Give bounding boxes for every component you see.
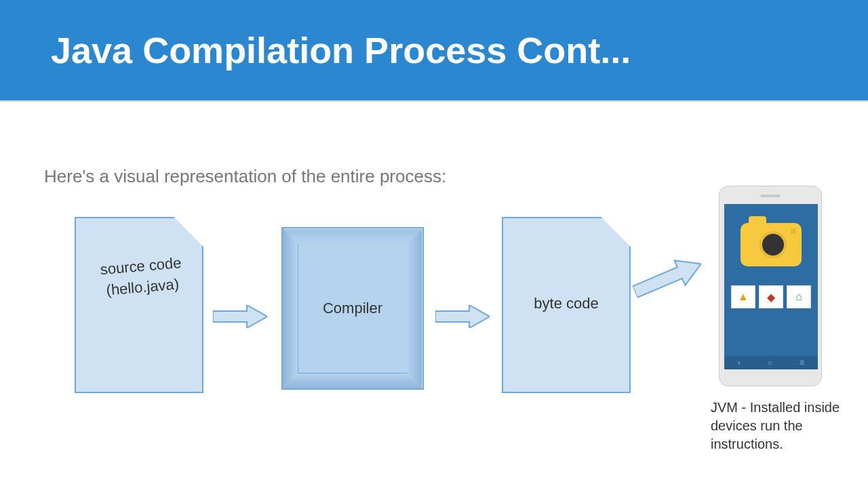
phone-screen: ▲ ◆ ⌂ ‹ ○ ≡ bbox=[724, 204, 818, 369]
svg-marker-0 bbox=[213, 305, 267, 328]
compiler-node: Compiler bbox=[281, 227, 424, 390]
device-phone-icon: ▲ ◆ ⌂ ‹ ○ ≡ bbox=[719, 186, 822, 386]
thumbnail-row: ▲ ◆ ⌂ bbox=[731, 285, 811, 308]
compiler-label: Compiler bbox=[323, 300, 382, 317]
svg-marker-1 bbox=[435, 305, 490, 328]
slide-header: Java Compilation Process Cont... bbox=[0, 0, 868, 102]
file-icon bbox=[75, 217, 203, 393]
compiler-box-shape: Compiler bbox=[281, 227, 424, 390]
camera-lens-icon bbox=[760, 231, 787, 258]
thumbnail-icon: ◆ bbox=[759, 285, 783, 308]
intro-text: Here's a visual representation of the en… bbox=[44, 166, 446, 187]
nav-recent-icon: ≡ bbox=[800, 358, 804, 367]
bytecode-node: byte code bbox=[502, 217, 631, 393]
source-code-node: source code (hello.java) bbox=[75, 217, 203, 393]
nav-home-icon: ○ bbox=[768, 358, 772, 367]
svg-marker-2 bbox=[629, 251, 706, 304]
arrow-icon bbox=[625, 239, 712, 317]
arrow-icon bbox=[213, 305, 267, 328]
thumbnail-icon: ▲ bbox=[731, 285, 755, 308]
arrow-icon bbox=[435, 305, 490, 328]
jvm-caption: JVM - Installed inside devices run the i… bbox=[711, 399, 846, 453]
source-code-label: source code (hello.java) bbox=[90, 252, 195, 302]
phone-nav-bar: ‹ ○ ≡ bbox=[724, 356, 818, 369]
slide-title: Java Compilation Process Cont... bbox=[51, 29, 631, 71]
phone-speaker-icon bbox=[760, 195, 781, 197]
nav-back-icon: ‹ bbox=[738, 358, 741, 367]
thumbnail-icon: ⌂ bbox=[787, 285, 811, 308]
process-diagram: source code (hello.java) Compiler byte c… bbox=[75, 217, 827, 393]
camera-icon bbox=[741, 223, 802, 266]
bytecode-label: byte code bbox=[502, 295, 631, 312]
camera-flash-icon bbox=[791, 228, 796, 234]
